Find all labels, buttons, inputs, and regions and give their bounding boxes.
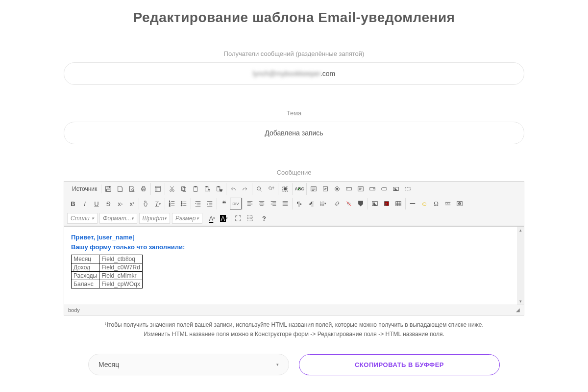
size-combo[interactable]: Размер▾ [172,213,202,224]
svg-point-27 [336,188,338,190]
svg-point-9 [172,190,174,192]
hr-icon[interactable] [407,198,418,209]
align-right-icon[interactable] [268,198,279,209]
subject-input[interactable] [64,122,524,144]
styles-combo[interactable]: Стили▾ [67,213,98,224]
about-icon[interactable]: ? [258,212,270,224]
svg-point-40 [181,205,182,206]
textarea-icon[interactable] [355,183,367,195]
paste-icon[interactable] [190,183,201,195]
svg-rect-12 [194,187,197,192]
select-all-icon[interactable] [279,183,291,195]
source-button[interactable]: Источник [67,184,100,193]
table-row: БалансField_cpWOqx [72,280,143,288]
resize-handle-icon[interactable]: ◢ [516,307,520,313]
subscript-icon[interactable]: x₂ [114,198,126,209]
preview-icon[interactable] [126,183,138,195]
text-color-icon[interactable]: A▾ [206,212,218,224]
ltr-icon[interactable]: ¶▸ [294,198,305,209]
font-combo[interactable]: Шрифт▾ [139,213,170,224]
svg-text:T: T [208,188,210,192]
editor-status-bar: body ◢ [64,305,524,315]
save-icon[interactable] [102,183,114,195]
svg-rect-31 [382,187,387,190]
editor-content[interactable]: Привет, |user_name| Вашу форму только чт… [64,226,524,305]
replace-icon[interactable] [265,183,277,195]
svg-point-39 [181,203,182,205]
unlink-icon[interactable] [343,198,355,209]
indent-icon[interactable] [204,198,216,209]
radio-icon[interactable] [331,183,343,195]
paste-word-icon[interactable]: W [213,183,225,195]
spellcheck-icon[interactable]: ABC✓ [294,183,305,195]
flash-icon[interactable]: f [381,198,392,209]
form-icon[interactable] [308,183,319,195]
blockquote-icon[interactable]: ❝ [218,198,230,209]
image-icon[interactable] [369,198,381,209]
iframe-icon[interactable] [454,198,466,209]
recipients-value-suffix: .com [320,70,335,78]
remove-format-icon[interactable]: Tx [152,198,164,209]
find-icon[interactable] [253,183,265,195]
pagebreak-icon[interactable] [442,198,454,209]
field-select[interactable]: Месяц ▾ [88,354,289,375]
select-field-icon[interactable] [367,183,378,195]
paste-text-icon[interactable]: T [201,183,213,195]
message-label: Сообщение [64,169,524,176]
div-icon[interactable]: DIV [230,198,242,209]
align-justify-icon[interactable] [279,198,291,209]
svg-point-3 [132,189,134,191]
strike-icon[interactable]: S [102,198,114,209]
svg-rect-2 [107,189,110,191]
new-page-icon[interactable] [114,183,126,195]
outdent-icon[interactable] [192,198,204,209]
superscript-icon[interactable]: x² [126,198,138,209]
copy-formatting-icon[interactable] [140,198,152,209]
undo-icon[interactable] [227,183,239,195]
table-row: РасходыField_cMimkr [72,272,143,280]
svg-point-8 [170,190,172,192]
recipients-group: Получатели сообщений (разделённые запято… [64,50,524,85]
editor-path[interactable]: body [68,307,80,313]
bullet-list-icon[interactable] [178,198,190,209]
cut-icon[interactable] [166,183,178,195]
bold-icon[interactable]: B [67,198,79,209]
textfield-icon[interactable] [343,183,355,195]
templates-icon[interactable] [152,183,164,195]
button-field-icon[interactable] [378,183,390,195]
show-blocks-icon[interactable] [244,212,256,224]
align-left-icon[interactable] [244,198,256,209]
italic-icon[interactable]: I [79,198,91,209]
copy-to-buffer-button[interactable]: СКОПИРОВАТЬ В БУФФЕР [299,354,500,375]
svg-rect-34 [405,187,411,190]
recipients-value-blurred: lynch@mybookkeeper [253,70,320,78]
align-center-icon[interactable] [256,198,268,209]
scroll-up-icon[interactable]: ▴ [517,227,524,234]
scrollbar[interactable]: ▴ ▾ [517,227,524,305]
redo-icon[interactable] [239,183,251,195]
bg-color-icon[interactable]: A▾ [218,212,230,224]
hidden-field-icon[interactable] [402,183,414,195]
table-icon[interactable] [392,198,404,209]
smiley-icon[interactable]: ☺ [418,198,430,209]
svg-rect-49 [247,216,253,218]
checkbox-icon[interactable] [319,183,331,195]
svg-point-20 [257,187,261,190]
rich-editor: Источник T [64,181,524,315]
special-char-icon[interactable]: Ω [430,198,442,209]
language-icon[interactable]: 話▾ [317,198,329,209]
subject-label: Тема [64,109,524,117]
rtl-icon[interactable]: ◂¶ [305,198,317,209]
imagebutton-icon[interactable] [390,183,402,195]
maximize-icon[interactable] [232,212,244,224]
copy-icon[interactable] [178,183,190,195]
format-combo[interactable]: Формат...▾ [99,213,137,224]
anchor-icon[interactable] [355,198,367,209]
help-text: Чтобы получить значения полей вашей запи… [64,320,524,339]
link-icon[interactable] [331,198,343,209]
recipients-input[interactable]: lynch@mybookkeeper.com [64,62,524,85]
numbered-list-icon[interactable]: 123 [166,198,178,209]
underline-icon[interactable]: U [91,198,102,209]
scroll-down-icon[interactable]: ▾ [517,298,524,305]
print-icon[interactable] [138,183,149,195]
